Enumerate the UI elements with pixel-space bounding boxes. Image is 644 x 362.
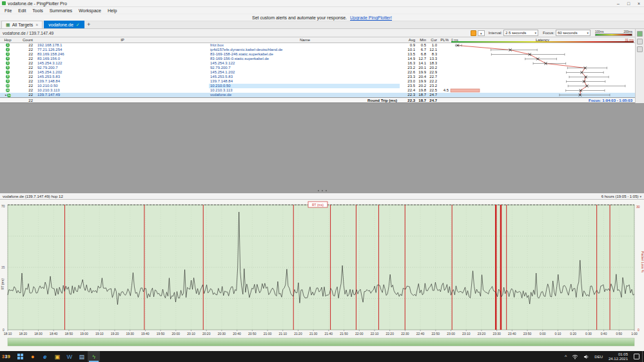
col-cur[interactable]: Cur xyxy=(426,37,437,43)
trace-table-header: Hop Count IP Name Avg Min Cur PL% 0 ms L… xyxy=(0,37,635,43)
name-cell: 145.254.3.122 xyxy=(209,61,400,66)
side-button-targets[interactable] xyxy=(637,31,643,37)
hop-cell: 3 xyxy=(0,52,15,57)
col-avg[interactable]: Avg xyxy=(400,37,415,43)
tray-expand-icon[interactable]: ^ xyxy=(562,351,569,362)
close-tab-icon[interactable]: × xyxy=(35,23,38,27)
action-center-icon[interactable] xyxy=(634,354,639,359)
col-count[interactable]: Count xyxy=(15,37,35,43)
col-min[interactable]: Min xyxy=(415,37,426,43)
tab-all-targets-label: All Targets xyxy=(12,23,34,27)
cur-cell: 22.2 xyxy=(426,79,437,84)
round-trip-row[interactable]: 22 Round Trip (ms) 22.3 18.7 24.7 Focus:… xyxy=(0,97,635,103)
volume-icon[interactable] xyxy=(581,351,592,362)
menu-summaries[interactable]: Summaries xyxy=(46,7,75,14)
col-ip[interactable]: IP xyxy=(36,37,208,43)
avg-cell: 22.3 xyxy=(400,93,415,97)
col-latency[interactable]: 0 ms Latency 31 ms xyxy=(450,37,635,43)
new-tab-button[interactable]: + xyxy=(84,21,93,28)
latency-graph[interactable] xyxy=(450,43,635,97)
cur-cell: 20.2 xyxy=(426,66,437,70)
ip-cell: 77.21.126.254 xyxy=(36,48,208,52)
min-cell: 14.1 xyxy=(415,61,426,66)
explorer-icon[interactable]: ▣ xyxy=(51,351,63,362)
focus-label: Focus: xyxy=(543,31,554,35)
pl-cell xyxy=(437,84,449,88)
tab-vodafone[interactable]: vodafone.de ✓ xyxy=(44,21,84,28)
svg-text:22:40: 22:40 xyxy=(416,332,425,336)
min-cell: 18.7 xyxy=(415,93,426,97)
ip-cell: 83.169.158.246 xyxy=(36,52,208,57)
name-cell: 83-169-158-246.static.superkabel.de xyxy=(209,52,400,57)
network-icon[interactable] xyxy=(569,351,581,362)
system-tray: ^ DEU 01:05 24.12.2021 xyxy=(562,351,644,362)
interval-select[interactable]: 2.5 seconds ▾ xyxy=(503,30,538,36)
timegraph-range-select[interactable]: 6 hours (19:05 - 1:05) ▾ xyxy=(601,195,641,198)
side-button-settings[interactable] xyxy=(637,46,643,52)
menu-edit[interactable]: Edit xyxy=(15,7,29,14)
hop-cell: 2 xyxy=(0,48,15,52)
close-button[interactable]: × xyxy=(634,0,644,7)
col-name[interactable]: Name xyxy=(209,37,400,43)
col-hop[interactable]: Hop xyxy=(0,37,15,43)
start-button[interactable] xyxy=(14,351,26,362)
svg-text:18:40: 18:40 xyxy=(50,332,58,336)
cur-cell: 1.0 xyxy=(426,43,437,48)
min-cell: 19.9 xyxy=(415,70,426,75)
pl-cell: 4.5 xyxy=(437,88,449,93)
side-button-graphs[interactable] xyxy=(637,39,643,44)
menu-file[interactable]: File xyxy=(1,7,15,14)
upgrade-link[interactable]: Upgrade PingPlotter! xyxy=(350,15,392,20)
svg-text:0:40: 0:40 xyxy=(601,332,607,336)
windows-logo-icon xyxy=(17,354,23,359)
taskbar-widget[interactable]: 339 xyxy=(2,354,10,359)
word-icon[interactable]: W xyxy=(63,351,75,362)
language-indicator[interactable]: DEU xyxy=(592,351,605,362)
pl-cell xyxy=(437,57,449,61)
alert-color-icon[interactable] xyxy=(471,30,476,36)
svg-text:Packet Loss %: Packet Loss % xyxy=(641,251,644,273)
col-pl[interactable]: PL% xyxy=(437,37,449,43)
hop-badge: 12 xyxy=(7,93,11,97)
side-toolbar xyxy=(635,29,644,103)
check-icon: ✓ xyxy=(76,23,80,28)
mail-glyph: ▤ xyxy=(79,354,84,360)
summary-count: 22 xyxy=(15,98,35,102)
cur-cell: 24.7 xyxy=(426,93,437,97)
timegraph-panel[interactable]: RT (ms)70350300RT (ms)Packet Loss %18:10… xyxy=(0,200,644,351)
tab-all-targets[interactable]: ▦ All Targets × xyxy=(1,21,43,28)
mail-icon[interactable]: ▤ xyxy=(75,351,88,362)
pingplotter-icon[interactable]: ϟ xyxy=(88,351,100,362)
latency-gradient-bar xyxy=(451,41,634,43)
cur-cell: 23.2 xyxy=(426,84,437,88)
name-cell: vodafone.de xyxy=(209,93,400,97)
clock[interactable]: 01:05 24.12.2021 xyxy=(605,352,631,361)
hop-badge: 2 xyxy=(6,48,10,52)
maximize-button[interactable]: □ xyxy=(623,0,634,7)
svg-text:21:50: 21:50 xyxy=(340,332,348,336)
focus-select[interactable]: 60 seconds ▾ xyxy=(556,30,590,36)
svg-text:23:30: 23:30 xyxy=(493,332,501,336)
svg-text:20:10: 20:10 xyxy=(187,332,195,336)
ip-cell: 192.168.178.1 xyxy=(36,43,208,48)
ip-cell: 139.7.147.49 xyxy=(36,93,208,97)
minimize-button[interactable]: – xyxy=(613,0,623,7)
svg-text:0:30: 0:30 xyxy=(585,332,592,336)
panel-splitter[interactable] xyxy=(0,188,644,193)
cur-cell: 22.5 xyxy=(426,88,437,93)
pingplotter-glyph: ϟ xyxy=(92,354,95,360)
timegraph-chart[interactable]: RT (ms)70350300RT (ms)Packet Loss %18:10… xyxy=(0,200,644,351)
edge-icon[interactable]: e xyxy=(39,351,51,362)
avg-cell: 0.9 xyxy=(400,43,415,48)
speaker-icon: ◄ xyxy=(5,93,7,97)
firefox-icon[interactable]: ● xyxy=(26,351,39,362)
hop-badge: 5 xyxy=(6,61,10,65)
menu-help[interactable]: Help xyxy=(104,7,120,14)
svg-text:19:10: 19:10 xyxy=(95,332,104,336)
alert-dropdown[interactable]: ▾ xyxy=(478,30,485,36)
cur-cell: 8.3 xyxy=(426,52,437,57)
svg-text:21:40: 21:40 xyxy=(325,332,333,336)
svg-text:21:20: 21:20 xyxy=(294,332,302,336)
menu-tools[interactable]: Tools xyxy=(29,7,46,14)
menu-workspace[interactable]: Workspace xyxy=(75,7,104,14)
